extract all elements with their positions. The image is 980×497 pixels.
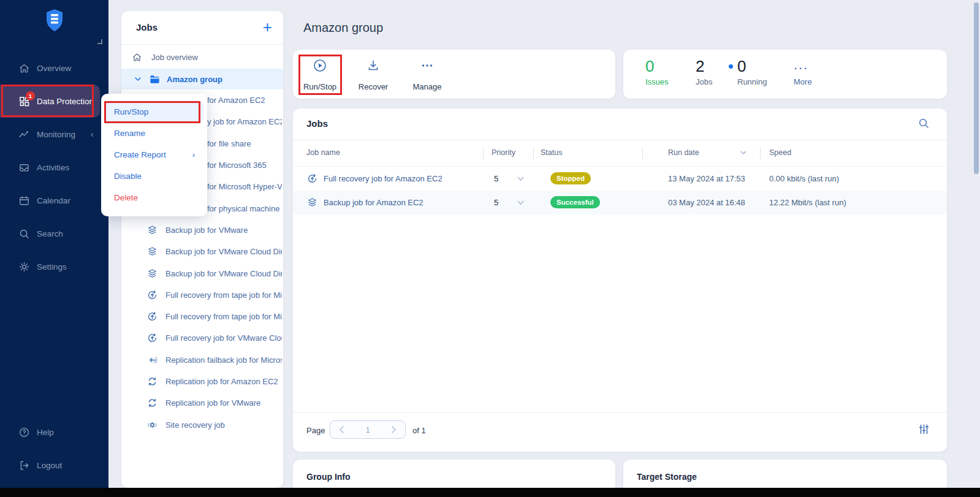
sidebar-item-settings[interactable]: Settings: [0, 250, 108, 283]
menu-item-delete[interactable]: Delete: [105, 188, 203, 208]
sliders-icon[interactable]: [918, 423, 930, 435]
grid-icon: 1: [18, 96, 30, 107]
tree-item[interactable]: Full recovery from tape job for Micro: [121, 284, 283, 306]
tree-item[interactable]: Backup job for VMware Cloud Direc: [121, 262, 283, 284]
search-icon: [18, 228, 30, 240]
jobs-tree-panel: Jobs + Job overview Amazon group Backup …: [121, 11, 283, 488]
tree-item[interactable]: Full recovery job for VMware Cloud: [121, 327, 283, 349]
backup-icon: [146, 246, 158, 257]
card-title: Group Info: [306, 472, 351, 482]
tree-item-label: Backup job for VMware Cloud Direc: [165, 247, 282, 256]
tree-item[interactable]: Replication job for Amazon EC2: [121, 371, 283, 392]
folder-icon: [149, 74, 161, 85]
job-name-cell: Backup job for Amazon EC2: [324, 198, 424, 207]
menu-item-label: Run/Stop: [114, 107, 148, 116]
sidebar-item-data-protection[interactable]: 1 Data Protection: [0, 85, 100, 118]
status-badge: Successful: [550, 196, 600, 208]
context-menu: Run/Stop Rename Create Report › Disable …: [101, 94, 207, 216]
tree-item-label: Site recovery job: [165, 420, 282, 430]
home-icon: [18, 63, 30, 74]
menu-item-label: Disable: [114, 172, 142, 181]
add-job-button[interactable]: +: [263, 18, 272, 36]
toolbar-card: Run/Stop Recover Manage: [293, 50, 615, 99]
sidebar-item-help[interactable]: Help: [0, 415, 108, 449]
menu-item-disable[interactable]: Disable: [105, 166, 203, 186]
sidebar-item-label: Settings: [37, 262, 67, 271]
chevron-down-icon[interactable]: [517, 176, 524, 181]
column-divider: [642, 147, 643, 159]
jobs-panel-title: Jobs: [136, 22, 158, 32]
column-divider: [533, 147, 534, 159]
stats-more-button[interactable]: ... More: [794, 57, 812, 86]
menu-item-label: Create Report: [114, 150, 166, 159]
table-header-row: Job name Priority Status Run date Speed: [293, 140, 947, 166]
sidebar-item-search[interactable]: Search: [0, 217, 108, 250]
chevron-right-icon[interactable]: [390, 426, 398, 433]
column-header-job-name[interactable]: Job name: [306, 148, 340, 157]
stat-label: Jobs: [696, 77, 712, 86]
tree-item[interactable]: Full recovery from tape job for Micro: [121, 306, 283, 327]
jobs-table-card: Jobs Job name Priority Status Run date S…: [293, 108, 947, 452]
sidebar-item-label: Overview: [37, 64, 71, 73]
sidebar-item-label: Activities: [37, 163, 69, 172]
failback-icon: [146, 354, 158, 366]
speed-cell: 12.22 Mbit/s (last run): [769, 198, 846, 207]
column-header-priority[interactable]: Priority: [492, 148, 515, 157]
menu-item-run-stop[interactable]: Run/Stop: [105, 102, 203, 122]
menu-item-rename[interactable]: Rename: [105, 123, 203, 143]
sidebar-item-label: Calendar: [37, 196, 70, 205]
chart-line-icon: [18, 129, 30, 140]
stat-running: 0 Running: [737, 57, 767, 86]
chevron-left-icon[interactable]: ‹: [91, 129, 94, 139]
menu-item-create-report[interactable]: Create Report ›: [105, 145, 203, 165]
tree-item[interactable]: Backup job for VMware Cloud Direc: [121, 241, 283, 262]
button-label: Manage: [413, 82, 442, 91]
chevron-down-icon[interactable]: [134, 75, 142, 83]
sidebar-item-logout[interactable]: Logout: [0, 449, 108, 482]
scrollbar-thumb[interactable]: [974, 2, 979, 174]
sidebar: Overview 1 Data Protection Monitoring ‹ …: [0, 0, 108, 488]
tree-item-label: Job overview: [151, 53, 198, 62]
tree-item[interactable]: Replication failback job for Microsof: [121, 349, 283, 371]
search-icon[interactable]: [917, 117, 930, 129]
recovery-icon: [146, 289, 158, 301]
stat-label: Issues: [645, 77, 669, 86]
ellipsis-icon: ...: [794, 57, 812, 73]
button-label: Recover: [359, 82, 388, 91]
sidebar-collapse-handle[interactable]: [97, 39, 102, 44]
tree-item[interactable]: Site recovery job: [121, 414, 283, 435]
sidebar-item-label: Data Protection: [37, 97, 94, 106]
table-row[interactable]: Full recovery job for Amazon EC2 5 Stopp…: [293, 167, 947, 191]
recovery-icon: [306, 173, 318, 184]
replication-icon: [146, 376, 158, 387]
tree-item-job-overview[interactable]: Job overview: [121, 47, 283, 67]
tree-item[interactable]: Backup job for VMware: [121, 219, 283, 241]
sort-chevron-icon[interactable]: [740, 151, 746, 155]
tree-item-label: Full recovery from tape job for Micro: [165, 290, 282, 300]
sidebar-item-monitoring[interactable]: Monitoring ‹: [0, 118, 108, 151]
replication-icon: [146, 397, 158, 409]
column-header-run-date[interactable]: Run date: [668, 148, 699, 157]
sidebar-item-label: Help: [37, 428, 54, 437]
column-header-speed[interactable]: Speed: [769, 148, 791, 157]
run-stop-button[interactable]: Run/Stop: [297, 58, 343, 91]
manage-button[interactable]: Manage: [405, 58, 450, 91]
tree-item-label: Backup job for VMware: [165, 226, 282, 235]
stat-issues: 0 Issues: [645, 57, 669, 86]
tree-item[interactable]: Replication job for VMware: [121, 392, 283, 414]
logout-icon: [18, 460, 30, 471]
chevron-down-icon[interactable]: [517, 200, 524, 205]
recover-button[interactable]: Recover: [351, 58, 396, 91]
stat-label: Running: [737, 77, 767, 86]
notification-badge: 1: [26, 91, 35, 101]
sidebar-item-calendar[interactable]: Calendar: [0, 184, 108, 217]
sidebar-item-overview[interactable]: Overview: [0, 51, 108, 85]
table-row[interactable]: Backup job for Amazon EC2 5 Successful 0…: [293, 191, 947, 214]
page-title: Amazon group: [303, 21, 383, 35]
home-icon: [132, 52, 142, 63]
tree-item-amazon-group[interactable]: Amazon group: [121, 69, 283, 89]
sidebar-item-label: Monitoring: [37, 130, 75, 139]
sidebar-item-activities[interactable]: Activities: [0, 151, 108, 184]
page-stepper: 1: [330, 420, 406, 439]
column-header-status[interactable]: Status: [541, 148, 562, 157]
